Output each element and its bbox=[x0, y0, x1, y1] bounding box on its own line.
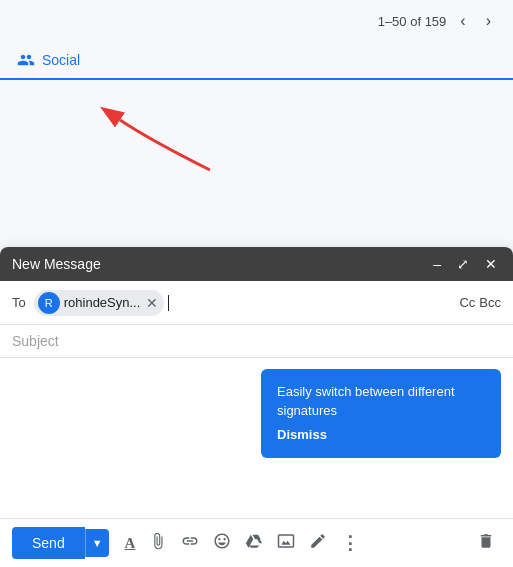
link-button[interactable] bbox=[175, 528, 205, 558]
top-bar: 1–50 of 159 ‹ › bbox=[0, 0, 513, 42]
social-tab[interactable]: Social bbox=[0, 42, 513, 80]
cc-bcc-links: Cc Bcc bbox=[459, 295, 501, 310]
minimize-button[interactable]: – bbox=[429, 255, 445, 273]
bcc-link[interactable]: Bcc bbox=[479, 295, 501, 310]
subject-placeholder: Subject bbox=[12, 333, 59, 349]
format-icon: A bbox=[125, 535, 136, 552]
drive-icon bbox=[245, 532, 263, 554]
signature-button[interactable] bbox=[303, 528, 333, 558]
delete-button[interactable] bbox=[471, 528, 501, 558]
drive-button[interactable] bbox=[239, 528, 269, 558]
send-btn-group: Send ▼ bbox=[12, 527, 109, 559]
compose-body: To R rohindeSyn... ✕ Cc Bcc Subject Easi… bbox=[0, 281, 513, 567]
annotation-arrow bbox=[60, 100, 260, 180]
photo-icon bbox=[277, 532, 295, 554]
recipient-chip[interactable]: R rohindeSyn... ✕ bbox=[34, 290, 165, 316]
expand-button[interactable]: ⤢ bbox=[453, 255, 473, 273]
pagination-text: 1–50 of 159 bbox=[378, 14, 447, 29]
tooltip-message: Easily switch between different signatur… bbox=[277, 384, 455, 417]
subject-field[interactable]: Subject bbox=[0, 325, 513, 358]
compose-toolbar: Send ▼ A bbox=[0, 518, 513, 567]
emoji-button[interactable] bbox=[207, 528, 237, 558]
emoji-icon bbox=[213, 532, 231, 554]
attach-button[interactable] bbox=[143, 528, 173, 558]
photo-button[interactable] bbox=[271, 528, 301, 558]
tooltip-box: Easily switch between different signatur… bbox=[261, 369, 501, 458]
more-options-button[interactable]: ⋮ bbox=[335, 528, 365, 558]
remove-recipient-button[interactable]: ✕ bbox=[144, 296, 160, 310]
cc-link[interactable]: Cc bbox=[459, 295, 475, 310]
social-tab-label: Social bbox=[42, 52, 80, 68]
cursor bbox=[168, 295, 169, 311]
prev-page-button[interactable]: ‹ bbox=[454, 8, 471, 34]
avatar: R bbox=[38, 292, 60, 314]
delete-icon bbox=[477, 532, 495, 554]
format-text-button[interactable]: A bbox=[119, 531, 142, 556]
attach-icon bbox=[149, 532, 167, 554]
message-body[interactable]: Easily switch between different signatur… bbox=[0, 358, 513, 518]
signature-icon bbox=[309, 532, 327, 554]
social-person-icon bbox=[16, 50, 36, 70]
compose-title: New Message bbox=[12, 256, 101, 272]
send-dropdown-button[interactable]: ▼ bbox=[85, 529, 109, 557]
send-button[interactable]: Send bbox=[12, 527, 85, 559]
compose-header[interactable]: New Message – ⤢ ✕ bbox=[0, 247, 513, 281]
close-button[interactable]: ✕ bbox=[481, 255, 501, 273]
next-page-button[interactable]: › bbox=[480, 8, 497, 34]
dismiss-button[interactable]: Dismiss bbox=[277, 426, 485, 444]
compose-window: New Message – ⤢ ✕ To R rohindeSyn... ✕ C… bbox=[0, 247, 513, 567]
more-icon: ⋮ bbox=[341, 532, 359, 554]
to-field[interactable]: To R rohindeSyn... ✕ Cc Bcc bbox=[0, 281, 513, 325]
compose-header-actions: – ⤢ ✕ bbox=[429, 255, 501, 273]
recipient-name: rohindeSyn... bbox=[64, 295, 141, 310]
link-icon bbox=[181, 532, 199, 554]
to-label: To bbox=[12, 295, 26, 310]
arrow-svg bbox=[60, 100, 260, 180]
